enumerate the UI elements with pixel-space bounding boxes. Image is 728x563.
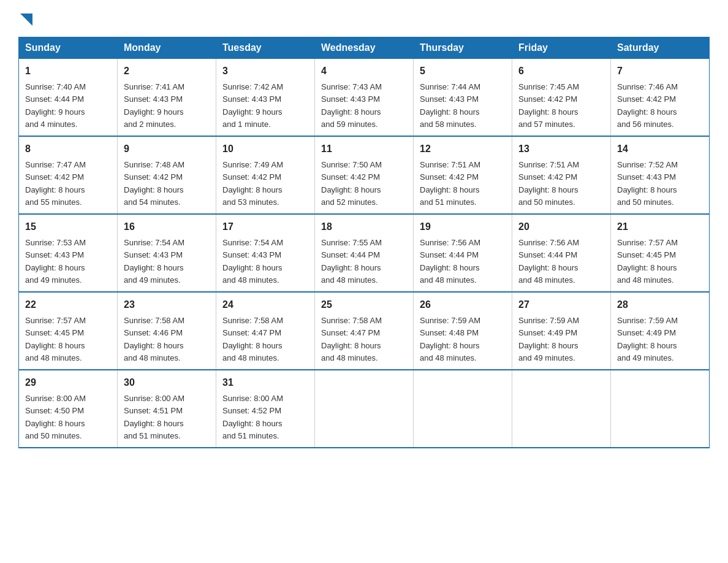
day-number: 21 (617, 220, 703, 234)
calendar-cell (414, 370, 512, 448)
calendar-cell: 26 Sunrise: 7:59 AMSunset: 4:48 PMDaylig… (414, 292, 512, 370)
calendar-table: SundayMondayTuesdayWednesdayThursdayFrid… (18, 37, 710, 448)
day-info: Sunrise: 7:52 AMSunset: 4:43 PMDaylight:… (617, 160, 678, 207)
day-info: Sunrise: 7:56 AMSunset: 4:44 PMDaylight:… (420, 238, 480, 285)
day-number: 3 (222, 64, 308, 79)
day-info: Sunrise: 7:58 AMSunset: 4:46 PMDaylight:… (124, 316, 184, 362)
day-number: 19 (420, 220, 506, 234)
logo (18, 12, 32, 26)
day-number: 31 (222, 375, 308, 390)
day-number: 30 (124, 375, 210, 390)
day-info: Sunrise: 7:59 AMSunset: 4:49 PMDaylight:… (518, 316, 579, 362)
day-number: 8 (25, 142, 111, 156)
day-number: 24 (222, 297, 308, 312)
calendar-header-row: SundayMondayTuesdayWednesdayThursdayFrid… (19, 37, 710, 59)
day-info: Sunrise: 8:00 AMSunset: 4:52 PMDaylight:… (222, 394, 283, 440)
calendar-cell: 15 Sunrise: 7:53 AMSunset: 4:43 PMDaylig… (19, 214, 118, 292)
day-number: 27 (518, 297, 604, 312)
day-info: Sunrise: 7:54 AMSunset: 4:43 PMDaylight:… (222, 238, 283, 285)
calendar-cell: 28 Sunrise: 7:59 AMSunset: 4:49 PMDaylig… (611, 292, 710, 370)
calendar-cell: 25 Sunrise: 7:58 AMSunset: 4:47 PMDaylig… (315, 292, 414, 370)
day-number: 9 (124, 142, 210, 156)
day-info: Sunrise: 7:50 AMSunset: 4:42 PMDaylight:… (321, 160, 382, 207)
day-header-monday: Monday (118, 37, 216, 59)
day-info: Sunrise: 7:56 AMSunset: 4:44 PMDaylight:… (518, 238, 579, 285)
calendar-cell: 27 Sunrise: 7:59 AMSunset: 4:49 PMDaylig… (512, 292, 611, 370)
day-number: 20 (518, 220, 604, 234)
calendar-cell: 10 Sunrise: 7:49 AMSunset: 4:42 PMDaylig… (216, 136, 315, 214)
day-number: 16 (124, 220, 210, 234)
calendar-week-row: 29 Sunrise: 8:00 AMSunset: 4:50 PMDaylig… (19, 370, 710, 448)
calendar-cell (512, 370, 611, 448)
day-info: Sunrise: 7:54 AMSunset: 4:43 PMDaylight:… (124, 238, 184, 285)
day-info: Sunrise: 7:42 AMSunset: 4:43 PMDaylight:… (222, 82, 283, 129)
day-number: 23 (124, 297, 210, 312)
day-number: 26 (420, 297, 506, 312)
day-info: Sunrise: 7:58 AMSunset: 4:47 PMDaylight:… (321, 316, 382, 362)
day-number: 12 (420, 142, 506, 156)
day-number: 6 (518, 64, 604, 79)
calendar-cell: 23 Sunrise: 7:58 AMSunset: 4:46 PMDaylig… (118, 292, 216, 370)
logo-triangle-icon (20, 13, 32, 26)
day-number: 14 (617, 142, 703, 156)
calendar-cell: 8 Sunrise: 7:47 AMSunset: 4:42 PMDayligh… (19, 136, 118, 214)
calendar-week-row: 8 Sunrise: 7:47 AMSunset: 4:42 PMDayligh… (19, 136, 710, 214)
day-info: Sunrise: 7:41 AMSunset: 4:43 PMDaylight:… (124, 82, 184, 129)
calendar-cell (315, 370, 414, 448)
calendar-cell: 21 Sunrise: 7:57 AMSunset: 4:45 PMDaylig… (611, 214, 710, 292)
calendar-cell (611, 370, 710, 448)
day-info: Sunrise: 7:59 AMSunset: 4:48 PMDaylight:… (420, 316, 480, 362)
calendar-cell: 22 Sunrise: 7:57 AMSunset: 4:45 PMDaylig… (19, 292, 118, 370)
day-number: 4 (321, 64, 407, 79)
calendar-cell: 20 Sunrise: 7:56 AMSunset: 4:44 PMDaylig… (512, 214, 611, 292)
day-info: Sunrise: 7:57 AMSunset: 4:45 PMDaylight:… (25, 316, 86, 362)
day-info: Sunrise: 7:47 AMSunset: 4:42 PMDaylight:… (25, 160, 86, 207)
day-number: 29 (25, 375, 111, 390)
calendar-cell: 3 Sunrise: 7:42 AMSunset: 4:43 PMDayligh… (216, 59, 315, 137)
calendar-cell: 19 Sunrise: 7:56 AMSunset: 4:44 PMDaylig… (414, 214, 512, 292)
calendar-cell: 6 Sunrise: 7:45 AMSunset: 4:42 PMDayligh… (512, 59, 611, 137)
day-info: Sunrise: 7:45 AMSunset: 4:42 PMDaylight:… (518, 82, 579, 129)
day-header-friday: Friday (512, 37, 611, 59)
calendar-week-row: 1 Sunrise: 7:40 AMSunset: 4:44 PMDayligh… (19, 59, 710, 137)
day-info: Sunrise: 7:46 AMSunset: 4:42 PMDaylight:… (617, 82, 678, 129)
day-number: 13 (518, 142, 604, 156)
day-info: Sunrise: 7:59 AMSunset: 4:49 PMDaylight:… (617, 316, 678, 362)
calendar-cell: 7 Sunrise: 7:46 AMSunset: 4:42 PMDayligh… (611, 59, 710, 137)
day-header-tuesday: Tuesday (216, 37, 315, 59)
day-number: 17 (222, 220, 308, 234)
calendar-cell: 29 Sunrise: 8:00 AMSunset: 4:50 PMDaylig… (19, 370, 118, 448)
day-info: Sunrise: 8:00 AMSunset: 4:51 PMDaylight:… (124, 394, 184, 440)
day-info: Sunrise: 7:51 AMSunset: 4:42 PMDaylight:… (420, 160, 480, 207)
day-info: Sunrise: 7:58 AMSunset: 4:47 PMDaylight:… (222, 316, 283, 362)
day-number: 2 (124, 64, 210, 79)
day-number: 5 (420, 64, 506, 79)
calendar-cell: 14 Sunrise: 7:52 AMSunset: 4:43 PMDaylig… (611, 136, 710, 214)
day-number: 7 (617, 64, 703, 79)
day-number: 15 (25, 220, 111, 234)
day-info: Sunrise: 7:57 AMSunset: 4:45 PMDaylight:… (617, 238, 678, 285)
calendar-cell: 2 Sunrise: 7:41 AMSunset: 4:43 PMDayligh… (118, 59, 216, 137)
day-info: Sunrise: 7:48 AMSunset: 4:42 PMDaylight:… (124, 160, 184, 207)
day-info: Sunrise: 7:55 AMSunset: 4:44 PMDaylight:… (321, 238, 382, 285)
day-number: 28 (617, 297, 703, 312)
day-info: Sunrise: 7:44 AMSunset: 4:43 PMDaylight:… (420, 82, 480, 129)
day-info: Sunrise: 7:51 AMSunset: 4:42 PMDaylight:… (518, 160, 579, 207)
day-header-thursday: Thursday (414, 37, 512, 59)
day-info: Sunrise: 7:43 AMSunset: 4:43 PMDaylight:… (321, 82, 382, 129)
calendar-cell: 31 Sunrise: 8:00 AMSunset: 4:52 PMDaylig… (216, 370, 315, 448)
calendar-week-row: 22 Sunrise: 7:57 AMSunset: 4:45 PMDaylig… (19, 292, 710, 370)
day-number: 1 (25, 64, 111, 79)
calendar-cell: 18 Sunrise: 7:55 AMSunset: 4:44 PMDaylig… (315, 214, 414, 292)
day-info: Sunrise: 7:49 AMSunset: 4:42 PMDaylight:… (222, 160, 283, 207)
day-header-saturday: Saturday (611, 37, 710, 59)
svg-marker-0 (20, 13, 32, 26)
day-info: Sunrise: 7:53 AMSunset: 4:43 PMDaylight:… (25, 238, 86, 285)
calendar-cell: 12 Sunrise: 7:51 AMSunset: 4:42 PMDaylig… (414, 136, 512, 214)
day-number: 18 (321, 220, 407, 234)
calendar-cell: 24 Sunrise: 7:58 AMSunset: 4:47 PMDaylig… (216, 292, 315, 370)
day-number: 25 (321, 297, 407, 312)
calendar-cell: 30 Sunrise: 8:00 AMSunset: 4:51 PMDaylig… (118, 370, 216, 448)
calendar-cell: 9 Sunrise: 7:48 AMSunset: 4:42 PMDayligh… (118, 136, 216, 214)
calendar-cell: 5 Sunrise: 7:44 AMSunset: 4:43 PMDayligh… (414, 59, 512, 137)
